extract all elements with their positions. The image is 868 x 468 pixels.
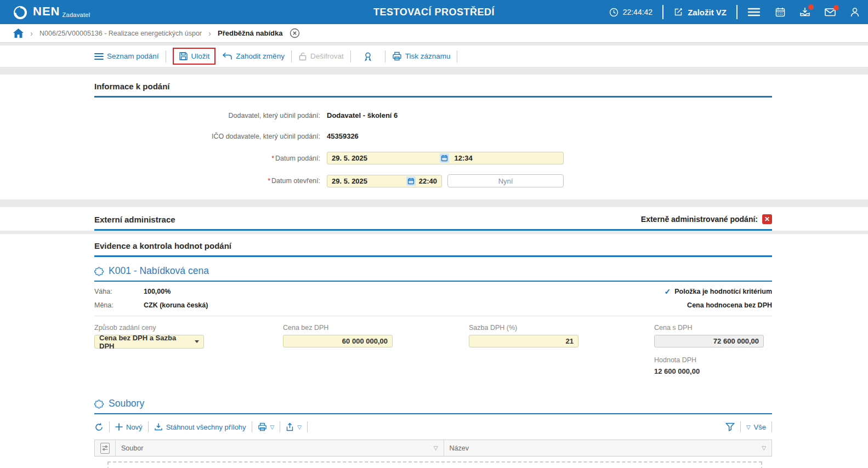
plus-icon <box>115 423 123 431</box>
files-title: Soubory <box>109 398 144 409</box>
column-filter-icon[interactable]: ▽ <box>434 445 438 451</box>
info-panel: Informace k podání Dodavatel, který učin… <box>0 75 868 199</box>
command-bar: Seznam podání Uložit Zahodit změny Dešif… <box>0 45 868 67</box>
table-settings-cell[interactable] <box>95 440 116 456</box>
filter-all-button[interactable]: ▽ Vše <box>746 423 766 431</box>
divider <box>94 316 772 316</box>
opening-time-value[interactable]: 22:40 <box>419 177 437 185</box>
file-dropzone[interactable]: Místo pro vaše dokumenty <box>107 461 762 468</box>
user-icon[interactable] <box>849 7 860 18</box>
submission-date-label-text: Datum podání: <box>275 155 320 162</box>
separator <box>252 421 252 432</box>
submission-date-field[interactable]: 29. 5. 2025 12:34 <box>327 152 564 164</box>
create-vz-label: Založit VZ <box>688 8 727 17</box>
vat-amount-label: Hodnota DPH <box>654 356 764 364</box>
evidence-section-header: Evidence a kontrola hodnot podání <box>94 234 772 257</box>
supplier-value: Dodavatel - školení 6 <box>327 111 398 119</box>
separator <box>166 50 166 62</box>
separator <box>740 421 741 432</box>
vat-amount-value: 12 600 000,00 <box>654 367 764 375</box>
breadcrumb-chevron: › <box>208 28 211 38</box>
column-settings-icon[interactable] <box>100 443 110 454</box>
download-all-label: Stáhnout všechny přílohy <box>166 423 246 431</box>
separator <box>109 421 110 432</box>
new-file-button[interactable]: Nový <box>115 423 143 431</box>
separator <box>457 50 457 62</box>
print-record-button[interactable]: Tisk záznamu <box>392 52 451 61</box>
criterion-flag: ✓ Položka je hodnotící kritérium <box>664 287 772 296</box>
now-button[interactable]: Nyní <box>447 174 564 187</box>
list-icon <box>94 53 104 60</box>
puzzle-icon <box>94 266 104 276</box>
filter-icon[interactable] <box>725 423 735 431</box>
opening-date-value[interactable]: 29. 5. 2025 <box>332 177 403 185</box>
printer-icon <box>392 52 402 61</box>
column-filter-icon[interactable]: ▽ <box>762 445 766 451</box>
seznam-podani-label: Seznam podání <box>107 52 159 60</box>
award-button[interactable] <box>363 52 373 61</box>
calendar-icon[interactable] <box>775 7 786 18</box>
weight-value: 100,00% <box>144 288 171 295</box>
create-vz-button[interactable]: Založit VZ <box>673 7 727 17</box>
calendar-picker-icon[interactable] <box>406 176 416 186</box>
discard-changes-button[interactable]: Zahodit změny <box>222 52 285 60</box>
download-icon <box>154 423 163 431</box>
separator <box>350 50 351 62</box>
price-excl-vat-input[interactable]: 60 000 000,00 <box>283 335 393 347</box>
chevron-down-icon: ▽ <box>270 424 275 430</box>
spacer <box>0 199 868 207</box>
calendar-picker-icon[interactable] <box>440 153 449 163</box>
opening-date-label-text: Datum otevření: <box>271 177 320 185</box>
submission-date-value[interactable]: 29. 5. 2025 <box>332 154 436 162</box>
price-entry-mode-select[interactable]: Cena bez DPH a Sazba DPH <box>94 335 204 349</box>
price-excl-vat-value: 60 000 000,00 <box>342 337 388 345</box>
separator <box>385 50 385 62</box>
mail-icon[interactable] <box>824 7 836 17</box>
evidence-section-title: Evidence a kontrola hodnot podání <box>94 241 231 250</box>
vat-rate-value: 21 <box>566 337 574 345</box>
criterion-flag-label: Položka je hodnotící kritérium <box>674 288 772 295</box>
separator <box>148 421 149 432</box>
files-toolbar: Nový Stáhnout všechny přílohy ▽ <box>94 419 772 435</box>
edit-icon <box>673 7 683 17</box>
price-incl-vat-label: Cena s DPH <box>654 324 764 332</box>
save-button[interactable]: Uložit <box>179 52 210 61</box>
price-incl-vat-input: 72 600 000,00 <box>654 335 764 347</box>
menu-icon[interactable] <box>747 7 761 17</box>
price-form: Způsob zadání ceny Cena bez DPH a Sazba … <box>94 324 772 375</box>
share-icon <box>286 423 294 431</box>
column-header-soubor[interactable]: Soubor ▽ <box>116 440 444 456</box>
submission-time-value[interactable]: 12:34 <box>452 154 559 162</box>
required-marker: * <box>271 155 274 162</box>
separator <box>736 5 737 19</box>
price-entry-mode-label: Způsob zadání ceny <box>94 324 283 332</box>
export-button[interactable]: ▽ <box>286 423 302 431</box>
column-header-nazev[interactable]: Název ▽ <box>444 440 772 456</box>
required-marker: * <box>268 177 270 185</box>
clock-icon <box>609 8 619 17</box>
home-icon[interactable] <box>13 28 24 38</box>
ribbon-icon <box>363 52 373 61</box>
download-all-button[interactable]: Stáhnout všechny přílohy <box>154 423 246 431</box>
chevron-down-icon: ▽ <box>297 424 302 430</box>
false-flag-icon[interactable]: ✕ <box>762 214 772 224</box>
clock-time: 22:44:42 <box>623 8 653 16</box>
currency-value: CZK (koruna česká) <box>144 301 208 309</box>
refresh-icon[interactable] <box>94 423 104 432</box>
new-file-label: Nový <box>126 423 143 431</box>
separator <box>771 421 772 432</box>
seznam-podani-button[interactable]: Seznam podání <box>94 52 159 60</box>
separator <box>307 421 308 432</box>
separator <box>662 5 663 19</box>
info-section-title: Informace k podání <box>94 82 170 91</box>
vat-rate-input[interactable]: 21 <box>469 335 578 347</box>
inbox-download-icon[interactable] <box>799 7 811 18</box>
ico-value: 45359326 <box>327 132 359 140</box>
print-files-button[interactable]: ▽ <box>258 423 275 431</box>
opening-date-field[interactable]: 29. 5. 2025 22:40 <box>327 175 442 187</box>
puzzle-icon <box>94 399 104 409</box>
files-header: Soubory <box>94 390 772 414</box>
close-tab-icon[interactable] <box>290 28 300 38</box>
breadcrumb-level1[interactable]: N006/25/V00005136 - Realizace energetick… <box>39 30 202 37</box>
supplier-label: Dodavatel, který učinil podání: <box>94 112 327 119</box>
